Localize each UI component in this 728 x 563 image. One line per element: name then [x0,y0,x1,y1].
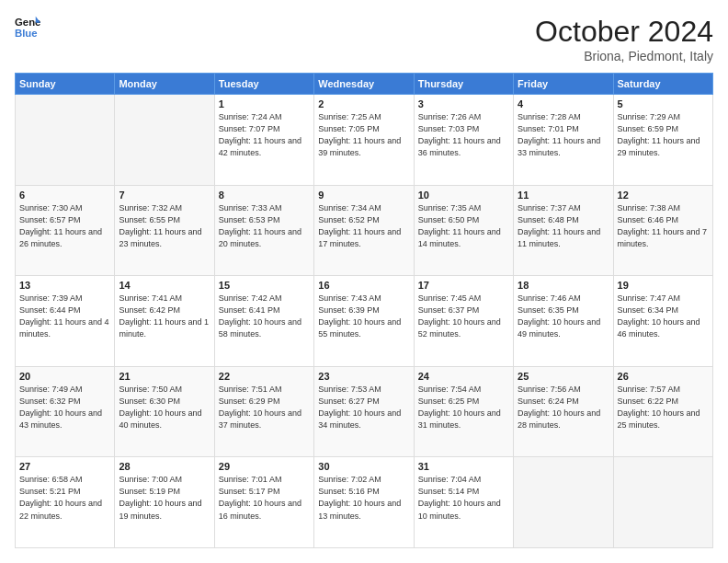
day-number: 26 [618,371,709,382]
day-number: 19 [618,280,709,291]
day-number: 15 [219,280,310,291]
header-friday: Friday [514,74,613,95]
calendar-cell: 25Sunrise: 7:56 AM Sunset: 6:24 PM Dayli… [514,366,613,457]
day-info: Sunrise: 7:41 AM Sunset: 6:42 PM Dayligh… [119,293,210,340]
day-number: 16 [318,280,409,291]
calendar-cell: 31Sunrise: 7:04 AM Sunset: 5:14 PM Dayli… [414,457,513,548]
header-tuesday: Tuesday [214,74,313,95]
calendar-cell: 6Sunrise: 7:30 AM Sunset: 6:57 PM Daylig… [16,185,115,276]
svg-text:Blue: Blue [15,28,38,39]
day-number: 17 [418,280,509,291]
day-number: 28 [119,461,210,472]
calendar-cell: 9Sunrise: 7:34 AM Sunset: 6:52 PM Daylig… [314,185,414,276]
calendar-cell: 11Sunrise: 7:37 AM Sunset: 6:48 PM Dayli… [514,185,613,276]
header-monday: Monday [115,74,214,95]
day-info: Sunrise: 7:51 AM Sunset: 6:29 PM Dayligh… [219,384,310,431]
day-number: 22 [219,371,310,382]
calendar-cell [514,457,613,548]
calendar-cell: 17Sunrise: 7:45 AM Sunset: 6:37 PM Dayli… [414,276,513,367]
location-subtitle: Briona, Piedmont, Italy [535,49,713,63]
calendar-cell: 29Sunrise: 7:01 AM Sunset: 5:17 PM Dayli… [214,457,313,548]
day-number: 21 [119,371,210,382]
header-saturday: Saturday [613,74,712,95]
calendar-cell: 3Sunrise: 7:26 AM Sunset: 7:03 PM Daylig… [414,95,513,186]
day-info: Sunrise: 7:32 AM Sunset: 6:55 PM Dayligh… [119,202,210,250]
calendar-cell [115,95,214,186]
day-number: 27 [19,461,110,472]
day-number: 30 [318,461,409,472]
day-number: 11 [518,190,609,201]
day-number: 23 [318,371,409,382]
day-info: Sunrise: 7:39 AM Sunset: 6:44 PM Dayligh… [19,293,110,340]
logo: General Blue [15,15,40,40]
day-info: Sunrise: 7:54 AM Sunset: 6:25 PM Dayligh… [418,384,509,431]
calendar-cell: 19Sunrise: 7:47 AM Sunset: 6:34 PM Dayli… [613,276,712,367]
calendar-cell: 1Sunrise: 7:24 AM Sunset: 7:07 PM Daylig… [214,95,313,186]
day-number: 18 [518,280,609,291]
day-info: Sunrise: 7:49 AM Sunset: 6:32 PM Dayligh… [19,384,110,431]
calendar-cell: 28Sunrise: 7:00 AM Sunset: 5:19 PM Dayli… [115,457,214,548]
calendar-cell: 7Sunrise: 7:32 AM Sunset: 6:55 PM Daylig… [115,185,214,276]
day-info: Sunrise: 7:46 AM Sunset: 6:35 PM Dayligh… [518,293,609,340]
day-info: Sunrise: 7:04 AM Sunset: 5:14 PM Dayligh… [418,474,509,522]
month-title: October 2024 [535,15,713,49]
calendar-cell: 5Sunrise: 7:29 AM Sunset: 6:59 PM Daylig… [613,95,712,186]
calendar-header-row: Sunday Monday Tuesday Wednesday Thursday… [16,74,713,95]
day-number: 2 [318,98,409,109]
day-info: Sunrise: 7:37 AM Sunset: 6:48 PM Dayligh… [518,202,609,250]
day-number: 13 [19,280,110,291]
day-number: 1 [219,98,310,109]
day-number: 20 [19,371,110,382]
day-info: Sunrise: 7:24 AM Sunset: 7:07 PM Dayligh… [219,111,310,159]
day-number: 14 [119,280,210,291]
calendar-cell: 30Sunrise: 7:02 AM Sunset: 5:16 PM Dayli… [314,457,414,548]
day-info: Sunrise: 7:29 AM Sunset: 6:59 PM Dayligh… [618,111,709,159]
calendar-cell: 24Sunrise: 7:54 AM Sunset: 6:25 PM Dayli… [414,366,513,457]
week-row-3: 13Sunrise: 7:39 AM Sunset: 6:44 PM Dayli… [16,276,713,367]
day-info: Sunrise: 7:53 AM Sunset: 6:27 PM Dayligh… [318,384,409,431]
calendar-cell: 4Sunrise: 7:28 AM Sunset: 7:01 PM Daylig… [514,95,613,186]
calendar-cell: 26Sunrise: 7:57 AM Sunset: 6:22 PM Dayli… [613,366,712,457]
day-number: 25 [518,371,609,382]
calendar-cell [16,95,115,186]
calendar-cell: 20Sunrise: 7:49 AM Sunset: 6:32 PM Dayli… [16,366,115,457]
day-info: Sunrise: 7:30 AM Sunset: 6:57 PM Dayligh… [19,202,110,250]
calendar-cell: 15Sunrise: 7:42 AM Sunset: 6:41 PM Dayli… [214,276,313,367]
calendar-cell: 18Sunrise: 7:46 AM Sunset: 6:35 PM Dayli… [514,276,613,367]
week-row-2: 6Sunrise: 7:30 AM Sunset: 6:57 PM Daylig… [16,185,713,276]
week-row-5: 27Sunrise: 6:58 AM Sunset: 5:21 PM Dayli… [16,457,713,548]
day-info: Sunrise: 6:58 AM Sunset: 5:21 PM Dayligh… [19,474,110,522]
calendar-cell: 22Sunrise: 7:51 AM Sunset: 6:29 PM Dayli… [214,366,313,457]
day-info: Sunrise: 7:38 AM Sunset: 6:46 PM Dayligh… [618,202,709,250]
calendar-table: Sunday Monday Tuesday Wednesday Thursday… [15,73,713,548]
header-thursday: Thursday [414,74,513,95]
calendar-cell: 14Sunrise: 7:41 AM Sunset: 6:42 PM Dayli… [115,276,214,367]
day-number: 4 [518,98,609,109]
day-info: Sunrise: 7:57 AM Sunset: 6:22 PM Dayligh… [618,384,709,431]
day-info: Sunrise: 7:35 AM Sunset: 6:50 PM Dayligh… [418,202,509,250]
day-info: Sunrise: 7:56 AM Sunset: 6:24 PM Dayligh… [518,384,609,431]
week-row-1: 1Sunrise: 7:24 AM Sunset: 7:07 PM Daylig… [16,95,713,186]
calendar-cell: 23Sunrise: 7:53 AM Sunset: 6:27 PM Dayli… [314,366,414,457]
title-block: October 2024 Briona, Piedmont, Italy [535,15,713,63]
day-number: 5 [618,98,709,109]
day-number: 31 [418,461,509,472]
calendar-cell: 16Sunrise: 7:43 AM Sunset: 6:39 PM Dayli… [314,276,414,367]
day-info: Sunrise: 7:25 AM Sunset: 7:05 PM Dayligh… [318,111,409,159]
day-number: 10 [418,190,509,201]
calendar-cell: 12Sunrise: 7:38 AM Sunset: 6:46 PM Dayli… [613,185,712,276]
day-number: 6 [19,190,110,201]
header-sunday: Sunday [16,74,115,95]
calendar-cell [613,457,712,548]
day-info: Sunrise: 7:45 AM Sunset: 6:37 PM Dayligh… [418,293,509,340]
calendar-cell: 13Sunrise: 7:39 AM Sunset: 6:44 PM Dayli… [16,276,115,367]
day-info: Sunrise: 7:01 AM Sunset: 5:17 PM Dayligh… [219,474,310,522]
day-number: 9 [318,190,409,201]
day-info: Sunrise: 7:33 AM Sunset: 6:53 PM Dayligh… [219,202,310,250]
calendar-cell: 2Sunrise: 7:25 AM Sunset: 7:05 PM Daylig… [314,95,414,186]
logo-icon: General Blue [15,15,40,40]
day-info: Sunrise: 7:28 AM Sunset: 7:01 PM Dayligh… [518,111,609,159]
day-info: Sunrise: 7:26 AM Sunset: 7:03 PM Dayligh… [418,111,509,159]
calendar-cell: 8Sunrise: 7:33 AM Sunset: 6:53 PM Daylig… [214,185,313,276]
day-info: Sunrise: 7:47 AM Sunset: 6:34 PM Dayligh… [618,293,709,340]
